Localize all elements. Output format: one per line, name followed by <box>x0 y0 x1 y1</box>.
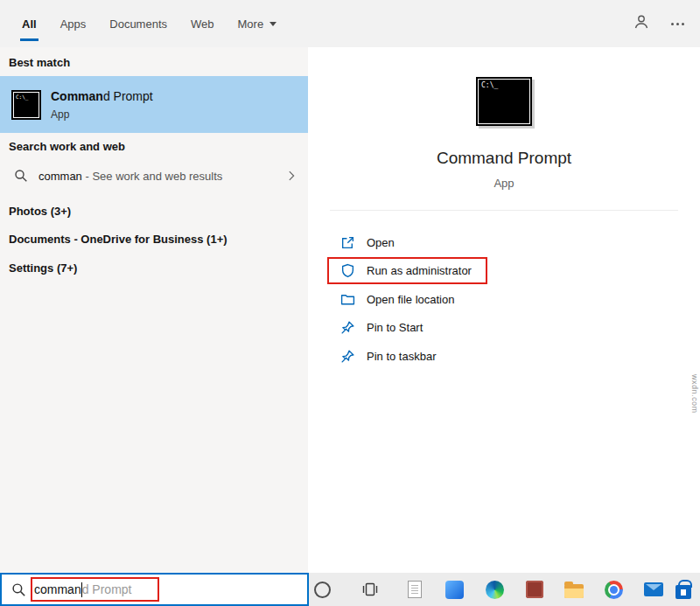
result-title-match: Comman <box>51 89 103 103</box>
blue-app-button[interactable] <box>437 573 472 606</box>
suggestion-query: comman <box>38 170 82 183</box>
category-documents-onedrive[interactable]: Documents - OneDrive for Business (1+) <box>0 226 308 253</box>
best-match-result-command-prompt[interactable]: C:\_ Command Prompt App <box>0 76 308 133</box>
folder-icon <box>340 292 355 307</box>
store-icon <box>676 585 691 599</box>
pin-icon <box>340 320 355 335</box>
action-run-as-administrator[interactable]: Run as administrator <box>308 257 700 286</box>
result-title: Command Prompt <box>51 89 153 103</box>
action-open-label: Open <box>367 236 395 249</box>
search-filter-bar: All Apps Documents Web More <box>0 0 700 47</box>
search-autocomplete-text: d Prompt <box>82 582 132 596</box>
category-settings-label: Settings (7+) <box>9 261 77 275</box>
search-icon <box>11 582 26 597</box>
tab-web-label: Web <box>191 17 214 31</box>
store-button[interactable] <box>668 573 698 606</box>
category-documents-label: Documents - OneDrive for Business (1+) <box>9 233 228 246</box>
mail-button[interactable] <box>636 573 671 606</box>
tab-documents[interactable]: Documents <box>109 0 167 47</box>
chevron-down-icon <box>270 22 276 26</box>
command-prompt-icon: C:\_ <box>11 90 41 120</box>
topbar-actions <box>633 0 684 47</box>
action-open[interactable]: Open <box>308 228 700 257</box>
action-pin-to-taskbar-label: Pin to taskbar <box>367 350 437 363</box>
search-input[interactable]: command Prompt <box>34 582 132 597</box>
taskbar: command Prompt <box>0 573 700 606</box>
edge-button[interactable] <box>477 573 512 606</box>
account-icon[interactable] <box>633 13 650 34</box>
search-work-web-header: Search work and web <box>9 140 125 153</box>
chevron-right-icon[interactable] <box>285 170 298 182</box>
action-run-as-administrator-label: Run as administrator <box>367 264 472 277</box>
divider <box>330 210 678 211</box>
best-match-text: Command Prompt App <box>51 89 153 121</box>
edge-icon <box>486 581 504 599</box>
task-view-icon <box>361 581 379 598</box>
action-pin-to-start-label: Pin to Start <box>367 321 423 334</box>
command-prompt-icon-text: C:\_ <box>481 81 498 89</box>
category-photos-label: Photos (3+) <box>9 205 71 218</box>
context-actions: Open Run as administrator Open file loca… <box>308 228 700 371</box>
file-explorer-button[interactable] <box>556 573 592 606</box>
shield-icon <box>340 263 355 278</box>
blue-app-icon <box>445 581 464 599</box>
red-app-button[interactable] <box>517 573 552 606</box>
best-match-header: Best match <box>9 56 70 69</box>
action-open-file-location-label: Open file location <box>367 293 454 306</box>
more-options-icon[interactable] <box>671 15 684 32</box>
task-view-button[interactable] <box>353 573 388 606</box>
tab-all-label: All <box>22 17 37 31</box>
chrome-icon <box>605 581 623 599</box>
action-pin-to-start[interactable]: Pin to Start <box>308 314 700 343</box>
search-icon <box>14 169 28 183</box>
cortana-button[interactable] <box>304 573 340 606</box>
windows-search-flyout: All Apps Documents Web More Best match C… <box>0 0 700 606</box>
tab-apps[interactable]: Apps <box>60 0 87 47</box>
pin-icon <box>340 349 355 364</box>
open-icon <box>340 235 355 250</box>
filter-tabs: All Apps Documents Web More <box>22 0 276 47</box>
result-subtitle: App <box>51 108 153 121</box>
search-typed-text: comman <box>34 582 81 596</box>
folder-icon <box>564 584 584 598</box>
mail-icon <box>644 582 663 596</box>
tab-all[interactable]: All <box>22 0 37 47</box>
watermark: wxdn.com <box>690 374 699 414</box>
tab-apps-label: Apps <box>60 17 87 31</box>
app-title: Command Prompt <box>308 149 700 168</box>
tab-more-label: More <box>238 17 264 31</box>
tab-web[interactable]: Web <box>191 0 214 47</box>
suggestion-text: comman - See work and web results <box>38 170 222 183</box>
web-search-suggestion[interactable]: comman - See work and web results <box>0 159 308 192</box>
red-app-icon <box>526 581 543 598</box>
chrome-button[interactable] <box>596 573 631 606</box>
tab-documents-label: Documents <box>109 17 167 31</box>
app-type-label: App <box>308 177 700 190</box>
document-app-button[interactable] <box>397 573 432 606</box>
cortana-icon <box>314 582 331 598</box>
category-photos[interactable]: Photos (3+) <box>0 198 308 225</box>
command-prompt-icon-large: C:\_ <box>476 77 532 126</box>
document-icon <box>408 581 422 598</box>
result-title-rest: d Prompt <box>103 89 153 103</box>
command-prompt-icon-text: C:\_ <box>16 94 28 100</box>
action-open-file-location[interactable]: Open file location <box>308 285 700 314</box>
preview-panel: C:\_ Command Prompt App Open Run as admi… <box>308 47 700 573</box>
tab-more[interactable]: More <box>238 0 277 47</box>
results-panel: Best match C:\_ Command Prompt App Searc… <box>0 47 308 573</box>
category-settings[interactable]: Settings (7+) <box>0 254 308 282</box>
taskbar-search-box[interactable]: command Prompt <box>0 573 309 606</box>
suggestion-rest: - See work and web results <box>82 170 222 183</box>
action-pin-to-taskbar[interactable]: Pin to taskbar <box>308 342 700 371</box>
